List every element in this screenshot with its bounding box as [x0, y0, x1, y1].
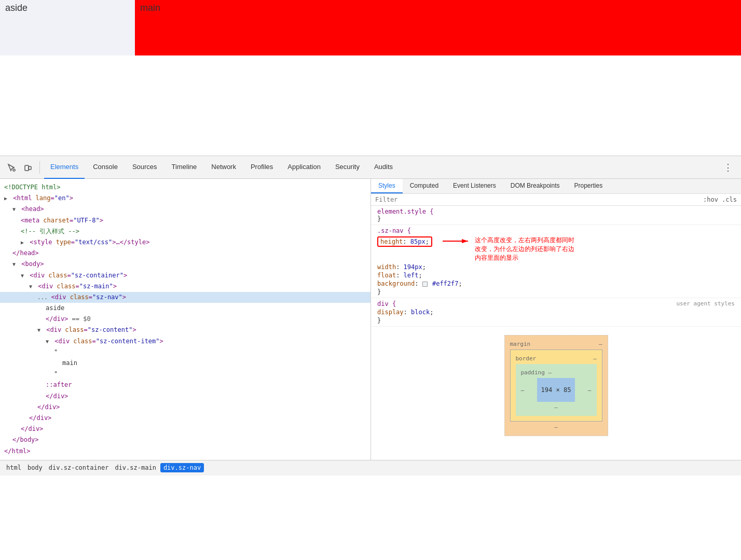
dom-line[interactable]: </div> — [0, 413, 371, 424]
tab-dom-breakpoints[interactable]: DOM Breakpoints — [503, 179, 567, 193]
dom-line[interactable]: <html lang="en"> — [0, 193, 371, 204]
devtools-toolbar: Elements Console Sources Timeline Networ… — [0, 156, 741, 179]
breadcrumb-bar: html body div.sz-container div.sz-main d… — [0, 460, 741, 475]
expand-icon[interactable] — [37, 326, 43, 334]
svg-point-0 — [13, 169, 15, 171]
breadcrumb-body[interactable]: body — [25, 463, 45, 472]
dom-line[interactable]: <body> — [0, 259, 371, 270]
right-dash: – — [588, 387, 592, 394]
box-margin-layer: margin – border – padding – — [504, 335, 608, 436]
float-prop-name: float — [377, 272, 396, 279]
display-prop-value: block — [411, 309, 430, 316]
dom-panel[interactable]: <!DOCTYPE html> <html lang="en"> <head> … — [0, 179, 371, 460]
tab-network[interactable]: Network — [205, 156, 242, 179]
div-selector: div { — [377, 300, 396, 307]
sz-main-close: </div> — [29, 414, 51, 422]
sz-nav-close-tag: </div> — [46, 315, 72, 323]
dom-line-selected[interactable]: ... <div class="sz-nav"> — [0, 292, 371, 303]
main-text: main — [62, 359, 77, 367]
padding-label: padding — [521, 369, 545, 376]
tab-security[interactable]: Security — [329, 156, 366, 179]
dom-line[interactable]: </body> — [0, 435, 371, 445]
dom-line[interactable]: <div class="sz-container"> — [0, 270, 371, 281]
expand-icon[interactable] — [21, 272, 26, 280]
rule-close: } — [377, 288, 381, 296]
expand-icon[interactable] — [12, 260, 18, 269]
more-options-button[interactable]: ⋮ — [719, 162, 737, 173]
dom-line[interactable]: </div> — [0, 424, 371, 435]
sz-main-tag: <div class="sz-main"> — [38, 283, 117, 290]
hov-cls-button[interactable]: :hov .cls — [703, 196, 737, 203]
tab-sources[interactable]: Sources — [126, 156, 163, 179]
background-color-swatch — [422, 282, 428, 287]
height-property-highlighted: height: 85px; — [377, 236, 432, 247]
dom-line[interactable]: " — [0, 369, 371, 380]
styles-panel: Styles Computed Event Listeners DOM Brea… — [371, 179, 741, 460]
after-pseudo: ::after — [46, 381, 72, 388]
dom-line[interactable]: </div> == $0 — [0, 314, 371, 325]
dom-line[interactable]: </div> — [0, 391, 371, 402]
dom-line[interactable]: </div> — [0, 402, 371, 413]
tab-audits[interactable]: Audits — [368, 156, 399, 179]
background-prop-value: #eff2f7 — [432, 280, 459, 287]
svg-rect-1 — [25, 165, 29, 171]
expand-icon[interactable] — [12, 205, 18, 214]
sz-content-tag: <div class="sz-content"> — [46, 326, 136, 333]
dom-line[interactable]: <!DOCTYPE html> — [0, 182, 371, 193]
dom-line[interactable]: ::after — [0, 380, 371, 390]
head-close-tag: </head> — [12, 249, 39, 257]
dom-line[interactable]: " — [0, 347, 371, 358]
dom-line[interactable]: aside — [0, 303, 371, 314]
tab-computed[interactable]: Computed — [403, 179, 446, 193]
breadcrumb-sz-container[interactable]: div.sz-container — [47, 463, 111, 472]
breadcrumb-html[interactable]: html — [4, 463, 23, 472]
toolbar-separator — [39, 161, 40, 174]
dom-line[interactable]: main — [0, 358, 371, 369]
preview-aside: aside — [0, 0, 135, 55]
dom-line[interactable]: <div class="sz-content-item"> — [0, 336, 371, 347]
sz-nav-selector: .sz-nav { — [377, 227, 411, 234]
div-rule: div { user agent styles display: block; … — [371, 298, 741, 327]
html-tag: <html lang="en"> — [13, 194, 73, 202]
tab-application[interactable]: Application — [281, 156, 327, 179]
tab-timeline[interactable]: Timeline — [166, 156, 203, 179]
doctype-text: <!DOCTYPE html> — [4, 184, 60, 191]
tab-properties[interactable]: Properties — [567, 179, 610, 193]
tab-profiles[interactable]: Profiles — [244, 156, 279, 179]
expand-icon[interactable] — [29, 283, 34, 291]
border-dash: – — [593, 355, 597, 362]
expand-icon[interactable] — [4, 194, 9, 203]
breadcrumb-sz-nav[interactable]: div.sz-nav — [160, 463, 204, 472]
left-dash: – — [521, 387, 525, 394]
aside-text: aside — [46, 304, 64, 312]
html-close: </html> — [4, 447, 31, 455]
meta-tag: <meta charset="UTF-8"> — [21, 217, 103, 224]
box-border-layer: border – padding – – — [510, 349, 602, 422]
style-tag: <style type="text/css">…</style> — [30, 239, 149, 246]
styles-filter-input[interactable] — [375, 196, 703, 203]
inspect-element-icon[interactable] — [4, 160, 19, 175]
tab-elements[interactable]: Elements — [44, 156, 85, 179]
device-mode-icon[interactable] — [21, 160, 35, 175]
dom-line[interactable]: <div class="sz-main"> — [0, 281, 371, 292]
margin-dash: – — [599, 341, 602, 347]
styles-tabs: Styles Computed Event Listeners DOM Brea… — [371, 179, 741, 194]
dom-line[interactable]: </html> — [0, 446, 371, 457]
expand-icon[interactable] — [46, 338, 51, 346]
rule-source: user agent styles — [676, 300, 735, 307]
display-prop-name: display — [377, 309, 404, 316]
breadcrumb-sz-main[interactable]: div.sz-main — [113, 463, 158, 472]
dom-line[interactable]: <meta charset="UTF-8"> — [0, 215, 371, 226]
dom-line[interactable]: <div class="sz-content"> — [0, 325, 371, 335]
tab-console[interactable]: Console — [87, 156, 124, 179]
tab-styles[interactable]: Styles — [371, 179, 403, 193]
dom-line[interactable]: <!-- 引入样式 --> — [0, 226, 371, 237]
tab-event-listeners[interactable]: Event Listeners — [446, 179, 503, 193]
dom-line[interactable]: <head> — [0, 204, 371, 215]
dom-line[interactable]: <style type="text/css">…</style> — [0, 237, 371, 248]
sz-content-item-tag: <div class="sz-content-item"> — [54, 338, 163, 345]
expand-icon[interactable] — [21, 239, 26, 247]
dom-line[interactable]: </head> — [0, 248, 371, 259]
preview-main: main — [135, 0, 741, 55]
styles-filter-bar: :hov .cls — [371, 194, 741, 206]
